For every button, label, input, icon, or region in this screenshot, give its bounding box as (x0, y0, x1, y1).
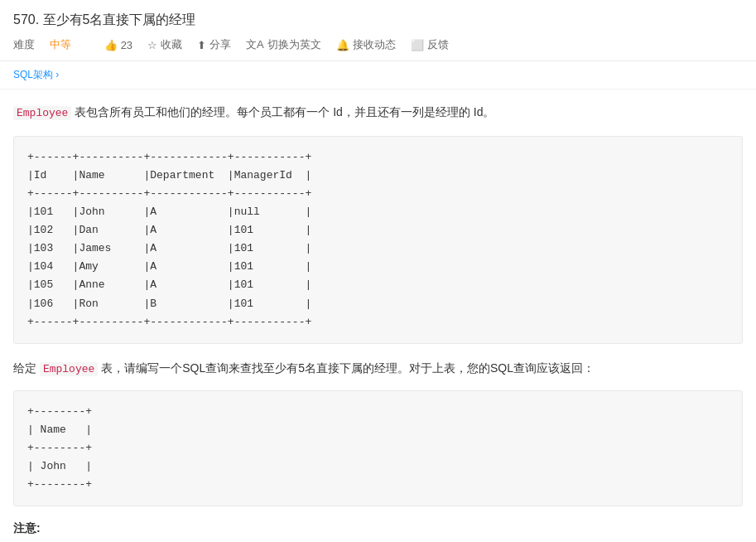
breadcrumb-arrow: › (55, 69, 59, 80)
query-prefix: 给定 (13, 361, 40, 375)
switch-lang-label: 切换为英文 (267, 37, 321, 52)
collect-label: 收藏 (161, 37, 182, 52)
star-icon: ☆ (147, 39, 157, 51)
share-button[interactable]: ⬆ 分享 (197, 37, 231, 52)
feedback-icon: ⬜ (411, 39, 424, 51)
note-title: 注意: (13, 521, 743, 536)
translate-icon: 文A (246, 37, 264, 52)
feedback-button[interactable]: ⬜ 反馈 (411, 37, 449, 52)
like-button[interactable]: 👍 23 (104, 39, 132, 51)
query-description: 给定 Employee 表，请编写一个SQL查询来查找至少有5名直接下属的经理。… (13, 359, 743, 379)
content-area: Employee 表包含所有员工和他们的经理。每个员工都有一个 Id，并且还有一… (0, 90, 756, 542)
feedback-label: 反馈 (427, 37, 449, 52)
toolbar: 难度 中等 👍 23 ☆ 收藏 ⬆ 分享 文A 切换为英文 🔔 接收动态 ⬜ 反… (13, 37, 743, 52)
header-section: 570. 至少有5名直接下属的经理 难度 中等 👍 23 ☆ 收藏 ⬆ 分享 文… (0, 0, 756, 61)
share-label: 分享 (209, 37, 231, 52)
breadcrumb: SQL架构 › (0, 61, 756, 90)
main-table: +------+----------+------------+--------… (13, 136, 743, 344)
like-icon: 👍 (104, 39, 118, 51)
breadcrumb-sql[interactable]: SQL架构 (13, 69, 53, 80)
query-suffix: 表，请编写一个SQL查询来查找至少有5名直接下属的经理。对于上表，您的SQL查询… (101, 361, 595, 375)
employee-code-2: Employee (40, 362, 98, 376)
description-text: Employee 表包含所有员工和他们的经理。每个员工都有一个 Id，并且还有一… (13, 103, 743, 123)
like-count: 23 (121, 39, 132, 51)
note-section: 注意: 没有人是自己的下属。 (13, 521, 743, 542)
result-table: +--------+ | Name | +--------+ | John | … (13, 390, 743, 506)
switch-lang-button[interactable]: 文A 切换为英文 (246, 37, 321, 52)
notification-button[interactable]: 🔔 接收动态 (336, 37, 396, 52)
share-icon: ⬆ (197, 39, 206, 51)
notification-label: 接收动态 (353, 37, 396, 52)
employee-code-1: Employee (13, 106, 71, 120)
difficulty-value: 中等 (50, 37, 71, 52)
collect-button[interactable]: ☆ 收藏 (147, 37, 182, 52)
difficulty-label: 难度 (13, 37, 35, 52)
description-main: 表包含所有员工和他们的经理。每个员工都有一个 Id，并且还有一列是经理的 Id。 (75, 105, 494, 119)
bell-icon: 🔔 (336, 39, 349, 51)
page-title: 570. 至少有5名直接下属的经理 (13, 12, 743, 29)
